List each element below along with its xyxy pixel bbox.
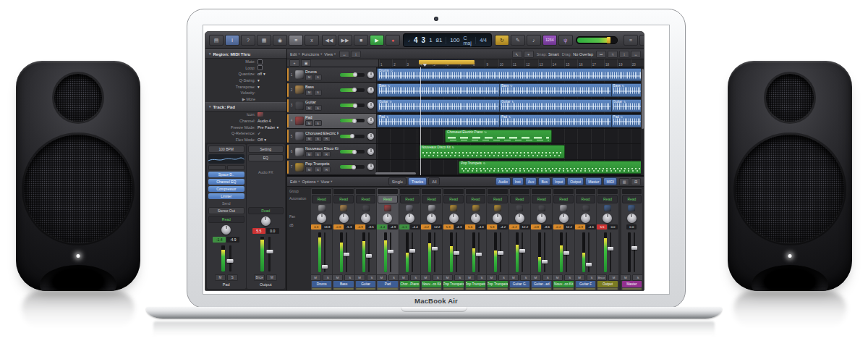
- automation-read-button[interactable]: Read: [356, 195, 375, 203]
- channel-name[interactable]: Pop Trumpets: [466, 281, 485, 287]
- bounce-button[interactable]: Bnce: [254, 274, 265, 281]
- pan-knob[interactable]: [493, 214, 502, 223]
- automation-read-button[interactable]: Read: [488, 195, 507, 203]
- group-slot[interactable]: [333, 189, 353, 194]
- region-lane-nouveaux-disco-kit[interactable]: Nouveaux Disco Kit↻: [377, 144, 644, 159]
- automation-read-button[interactable]: Read: [312, 195, 331, 203]
- scrollbar-thumb[interactable]: [642, 69, 644, 129]
- fader-track[interactable]: [500, 232, 501, 272]
- mute-button[interactable]: M: [305, 151, 313, 157]
- plugin-slot[interactable]: Limiter: [208, 193, 244, 199]
- automation-read-button[interactable]: Read: [597, 195, 617, 203]
- bounce-button[interactable]: Bnce: [596, 274, 607, 281]
- region-row-velocity[interactable]: Velocity:: [205, 90, 286, 96]
- automation-read-button[interactable]: Read: [576, 195, 595, 203]
- fader-track[interactable]: [229, 245, 231, 271]
- channel-name[interactable]: Pop Trumpets: [488, 281, 507, 287]
- track-header-chorused-electric-piano[interactable]: 5Chorused Electric PianoMSR: [287, 129, 377, 143]
- pan-knob[interactable]: [367, 133, 374, 140]
- group-slot[interactable]: [488, 189, 507, 194]
- eq-thumbnail[interactable]: [208, 154, 244, 164]
- tracks-menu-view[interactable]: View▼: [324, 52, 336, 56]
- channel-name[interactable]: Chor...Piano: [400, 281, 420, 287]
- solo-button[interactable]: S: [454, 274, 465, 281]
- pointer-tool-icon[interactable]: ↖: [512, 51, 522, 58]
- mute-button[interactable]: M: [464, 274, 475, 281]
- pan-knob[interactable]: [367, 102, 374, 109]
- region-lane-pad[interactable]: Pad↻Pad↻Pad↻: [377, 114, 644, 128]
- pan-knob[interactable]: [537, 214, 546, 223]
- stepper-icon[interactable]: ▾: [258, 85, 260, 89]
- mixer-menu-edit[interactable]: Edit▼: [290, 180, 300, 184]
- fader-track[interactable]: [588, 232, 590, 272]
- metronome-button[interactable]: ♪: [527, 35, 541, 46]
- audio-region-guitar[interactable]: Guitar↻: [611, 99, 644, 112]
- count-in-button[interactable]: 1234: [542, 35, 557, 46]
- stepper-icon[interactable]: ▾: [258, 78, 260, 83]
- region-row-quantize[interactable]: Quantize:off▾: [205, 71, 286, 77]
- tracks-menu-edit[interactable]: Edit▼: [290, 52, 300, 56]
- fader-cap[interactable]: [227, 259, 234, 263]
- fader-track[interactable]: [478, 232, 480, 272]
- group-slot[interactable]: [356, 189, 375, 194]
- checkbox[interactable]: [258, 59, 263, 64]
- mute-button[interactable]: M: [332, 274, 343, 281]
- group-slot[interactable]: [532, 189, 551, 194]
- channel-name[interactable]: Nouv...co Kit: [422, 281, 441, 287]
- duplicate-track-button[interactable]: ▣: [301, 59, 311, 67]
- channel-name[interactable]: Guitar...ad: [532, 281, 551, 287]
- volume-slider[interactable]: [340, 150, 365, 153]
- region-lane-guitar[interactable]: Guitar↻Guitar↻Guitar↻: [377, 98, 644, 113]
- forward-button[interactable]: ▶▶: [338, 35, 352, 46]
- filter-output[interactable]: Output: [567, 177, 584, 185]
- channel-name[interactable]: Bass: [333, 281, 353, 287]
- narrow-strips-icon[interactable]: ▥: [619, 178, 629, 185]
- mute-button[interactable]: M: [574, 274, 585, 281]
- midi-region-nouveaux-disco-kit[interactable]: Nouveaux Disco Kit↻: [420, 145, 566, 158]
- cycle-region[interactable]: [419, 60, 475, 64]
- pan-knob[interactable]: [317, 214, 326, 223]
- automation-read-button[interactable]: Read: [422, 195, 441, 203]
- catch-playhead-icon[interactable]: ↦: [596, 51, 606, 58]
- mute-button[interactable]: M: [310, 274, 321, 281]
- mixer-icon[interactable]: ≡: [289, 35, 303, 46]
- solo-button[interactable]: S: [564, 274, 575, 281]
- solo-button[interactable]: S: [314, 151, 322, 157]
- fader-track[interactable]: [634, 232, 635, 272]
- track-header-bass[interactable]: 2BassMS: [287, 83, 377, 97]
- volume-slider[interactable]: [340, 73, 365, 77]
- filter-aux[interactable]: Aux: [525, 177, 537, 185]
- midi-region-chorused-electric-piano[interactable]: Chorused Electric Piano↻: [445, 130, 552, 143]
- auto-zoom-icon[interactable]: ↕: [619, 51, 629, 58]
- mute-button[interactable]: M: [508, 274, 519, 281]
- track-header-pad[interactable]: 4PadMS: [287, 114, 377, 128]
- group-slot[interactable]: [510, 189, 529, 194]
- pan-knob[interactable]: [405, 214, 414, 223]
- fader-cap[interactable]: [563, 251, 569, 255]
- stepper-icon[interactable]: ▾: [263, 72, 265, 76]
- group-slot[interactable]: [597, 189, 617, 194]
- automation-read-button[interactable]: Read: [333, 195, 353, 203]
- automation-mode-button[interactable]: Read: [248, 207, 284, 214]
- group-slot[interactable]: [553, 189, 573, 194]
- mixer-menu-options[interactable]: Options▼: [302, 180, 319, 184]
- filter-bus[interactable]: Bus: [538, 177, 550, 185]
- region-row-transpose[interactable]: Transpose:▾: [205, 83, 286, 90]
- region-inspector-header[interactable]: ▼ Region: MIDI Thru: [205, 49, 286, 59]
- record-button[interactable]: ●: [386, 35, 400, 46]
- volume-slider[interactable]: [340, 88, 365, 92]
- audio-region-guitar[interactable]: Guitar↻: [377, 99, 501, 112]
- fader-track[interactable]: [610, 232, 611, 272]
- stepper-icon[interactable]: ▾: [276, 125, 278, 130]
- pan-knob[interactable]: [515, 214, 524, 223]
- automation-read-button[interactable]: Read: [466, 195, 485, 203]
- solo-button[interactable]: S: [314, 167, 322, 172]
- toolbox-icon[interactable]: ▦: [257, 35, 271, 46]
- pan-knob[interactable]: [339, 214, 349, 223]
- track-header-pop-trumpets[interactable]: 7Pop TrumpetsMSR: [287, 160, 377, 174]
- mute-button[interactable]: M: [305, 75, 313, 80]
- automation-read-button[interactable]: Read: [400, 195, 420, 203]
- cycle-button[interactable]: ↻: [495, 35, 509, 46]
- fader-cap[interactable]: [266, 250, 273, 253]
- stepper-icon[interactable]: ▾: [264, 138, 266, 142]
